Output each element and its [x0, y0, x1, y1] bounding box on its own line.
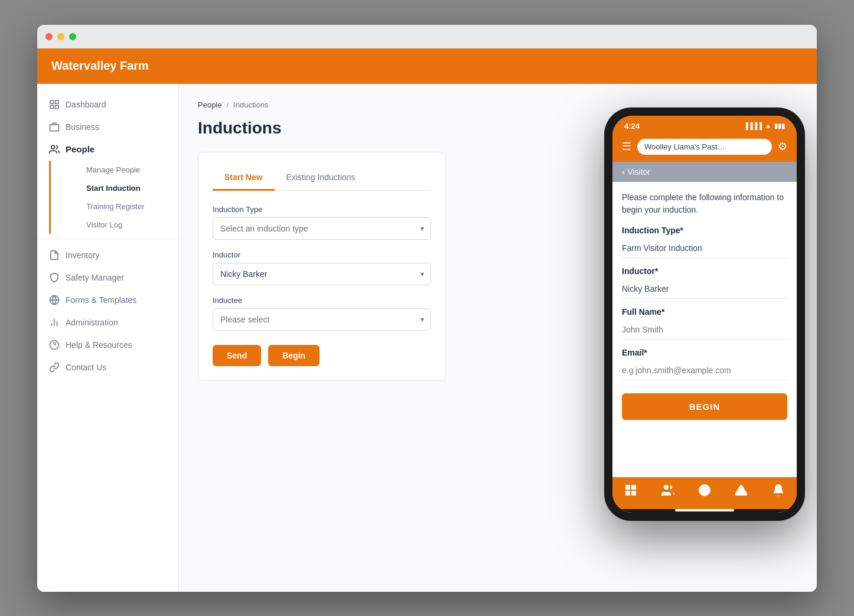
inductor-select-wrapper: Nicky Barker ▾ [213, 263, 431, 285]
browser-titlebar [37, 25, 817, 48]
inductee-label: Inductee [213, 296, 431, 305]
breadcrumb-inductions: Inductions [233, 100, 268, 109]
business-icon [49, 122, 60, 132]
phone-back-bar: ‹ Visitor [612, 162, 797, 182]
sidebar-label-help: Help & Resources [66, 340, 132, 350]
begin-button[interactable]: Begin [268, 345, 320, 366]
phone-add-icon[interactable] [697, 483, 712, 497]
phone-email-input[interactable] [622, 361, 787, 380]
battery-icon: ▮▮▮ [774, 122, 785, 130]
phone-gear-icon[interactable]: ⚙ [778, 140, 787, 153]
tab-existing[interactable]: Existing Inductions [275, 167, 367, 191]
inventory-icon [49, 250, 60, 260]
phone-home-icon[interactable] [624, 483, 638, 497]
sidebar: Dashboard Business People [37, 84, 179, 592]
svg-rect-13 [625, 485, 630, 490]
inductor-label: Inductor [213, 250, 431, 259]
contact-icon [49, 362, 60, 373]
send-button[interactable]: Send [213, 345, 261, 366]
tabs: Start New Existing Inductions [213, 167, 431, 191]
svg-point-5 [51, 145, 55, 149]
svg-rect-2 [50, 105, 53, 108]
tab-start-new[interactable]: Start New [213, 167, 275, 191]
svg-rect-3 [56, 105, 58, 108]
admin-icon [49, 317, 60, 328]
phone-begin-button[interactable]: BEGIN [622, 393, 787, 420]
phone-email-label: Email* [622, 348, 787, 357]
phone-header: ☰ Woolley Llama's Pastor... ⚙ [612, 134, 797, 162]
phone-desc: Please complete the following informatio… [622, 191, 787, 216]
phone-status-bar: 4:24 ▐▐▐▐ ▲ ▮▮▮ [612, 116, 797, 134]
sidebar-label-contact: Contact Us [66, 363, 106, 372]
phone-body: Please complete the following informatio… [612, 182, 797, 477]
phone-footer [612, 477, 797, 509]
sidebar-sub-visitor-log[interactable]: Visitor Log [79, 216, 178, 234]
browser-window: Watervalley Farm Dashboard Business [37, 25, 817, 592]
induction-form-card: Start New Existing Inductions Induction … [198, 152, 446, 381]
maximize-dot [69, 33, 76, 40]
phone-alert-icon[interactable] [734, 483, 748, 497]
svg-rect-15 [625, 491, 630, 496]
app-title: Watervalley Farm [51, 59, 149, 73]
phone-inner: 4:24 ▐▐▐▐ ▲ ▮▮▮ ☰ Woolley Llama's Past [612, 116, 797, 513]
phone-home-bar [612, 509, 797, 513]
svg-rect-1 [56, 100, 58, 103]
app-body: Dashboard Business People [37, 84, 817, 592]
sidebar-label-business: Business [66, 122, 99, 132]
sidebar-item-help[interactable]: Help & Resources [37, 334, 178, 356]
minimize-dot [57, 33, 64, 40]
phone-time: 4:24 [624, 122, 640, 131]
breadcrumb-separator: / [226, 100, 229, 109]
sidebar-sub-training-register[interactable]: Training Register [79, 197, 178, 216]
phone-inductor-label: Inductor* [622, 266, 787, 276]
sidebar-label-dashboard: Dashboard [66, 100, 106, 109]
help-icon [49, 340, 60, 350]
inductor-group: Inductor Nicky Barker ▾ [213, 250, 431, 285]
sidebar-item-contact[interactable]: Contact Us [37, 356, 178, 379]
browser-content: Watervalley Farm Dashboard Business [37, 48, 817, 592]
wifi-icon: ▲ [765, 122, 771, 129]
back-chevron-icon[interactable]: ‹ [622, 167, 625, 177]
divider-1 [37, 239, 178, 239]
induction-type-label: Induction Type [213, 205, 431, 214]
sidebar-item-people[interactable]: People [37, 138, 178, 161]
app-header: Watervalley Farm [37, 48, 817, 84]
phone-full-name-input[interactable] [622, 320, 787, 340]
phone-people-icon[interactable] [661, 483, 675, 497]
phone-status-icons: ▐▐▐▐ ▲ ▮▮▮ [744, 122, 785, 130]
inductor-select[interactable]: Nicky Barker [213, 263, 431, 285]
phone-bell-icon[interactable] [771, 483, 785, 497]
sidebar-sub-manage-people[interactable]: Manage People [79, 161, 178, 179]
sidebar-label-safety: Safety Manager [66, 273, 124, 282]
sidebar-item-admin[interactable]: Administration [37, 311, 178, 334]
phone-back-label: Visitor [627, 167, 650, 177]
inductee-group: Inductee Please select ▾ [213, 296, 431, 331]
close-dot [45, 33, 53, 40]
hamburger-icon[interactable]: ☰ [622, 140, 631, 153]
sidebar-item-inventory[interactable]: Inventory [37, 244, 178, 266]
svg-point-17 [664, 485, 669, 490]
sidebar-submenu-people: Manage People Start Induction Training R… [49, 161, 178, 234]
main-content: People / Inductions Inductions Start New… [179, 84, 817, 592]
signal-icon: ▐▐▐▐ [744, 122, 762, 129]
phone-overlay: 4:24 ▐▐▐▐ ▲ ▮▮▮ ☰ Woolley Llama's Past [604, 107, 805, 521]
phone-full-name-label: Full Name* [622, 307, 787, 317]
svg-rect-14 [631, 485, 636, 490]
sidebar-item-dashboard[interactable]: Dashboard [37, 93, 178, 116]
safety-icon [49, 272, 60, 283]
phone-inductor-value: Nicky Barker [622, 279, 787, 299]
people-icon [49, 144, 60, 155]
inductee-select[interactable]: Please select [213, 308, 431, 331]
dashboard-icon [49, 99, 60, 110]
breadcrumb-people[interactable]: People [198, 100, 221, 109]
svg-point-18 [699, 484, 710, 496]
induction-type-select[interactable]: Select an induction type [213, 217, 431, 240]
sidebar-label-admin: Administration [66, 318, 118, 327]
sidebar-label-inventory: Inventory [66, 250, 100, 260]
sidebar-item-safety[interactable]: Safety Manager [37, 266, 178, 289]
induction-type-select-wrapper: Select an induction type ▾ [213, 217, 431, 240]
phone-search-text: Woolley Llama's Pastor... [644, 142, 727, 151]
sidebar-item-business[interactable]: Business [37, 116, 178, 138]
sidebar-item-forms[interactable]: Forms & Templates [37, 289, 178, 311]
sidebar-sub-start-induction[interactable]: Start Induction [79, 179, 178, 197]
